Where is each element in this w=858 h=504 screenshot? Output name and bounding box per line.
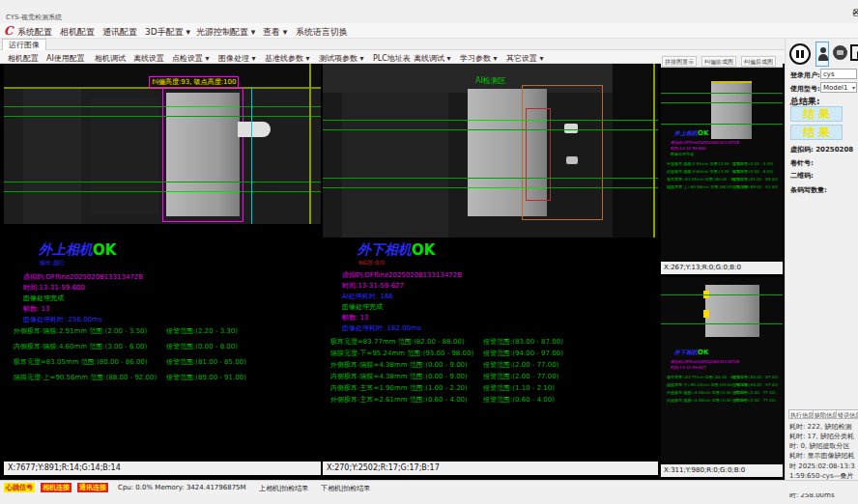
comm-link-indicator: 通讯连接 [77, 483, 108, 492]
glint-spot [566, 156, 578, 164]
upper-camera-feed[interactable]: 纠偏高度:93, 吸点高度:100 [4, 64, 321, 224]
elapsed-line: 图像处理耗时: 182.00ms [342, 323, 421, 333]
result-ok: OK [698, 349, 708, 356]
measure-line [323, 178, 658, 179]
menu-light-config[interactable]: 光源控制配置 ▾ [196, 26, 255, 39]
result-ok: OK [698, 129, 708, 137]
lower-camera-result-text: 下相机|拍检结果 [321, 484, 370, 493]
output-state: 输出:放行 [40, 259, 65, 267]
measure-line [4, 106, 321, 107]
measure-line-bright [468, 120, 547, 121]
dark-right-band [613, 64, 658, 238]
model-select[interactable]: Model1 ▾ [820, 82, 857, 93]
alarm-range: 报警范围:(0.60 - 4.00) [483, 395, 555, 405]
tool-offline-set[interactable]: 离线设置 [133, 53, 164, 64]
time-line: 时间:13-31-59-627 [342, 281, 404, 291]
menu-view[interactable]: 查看 ▾ [263, 26, 287, 39]
thumb-tab-stitched[interactable]: 拼接图显示 [662, 56, 697, 67]
edge-vline-green [309, 64, 311, 224]
pixel-coords-bar: X:270;Y:2502;R:17;G:17;B:17 [323, 462, 658, 475]
titlebar: CYS-视觉检测系统 – ▢ × [0, 0, 858, 23]
mini-camera-title: 外下相机OK [674, 349, 698, 357]
exit-button[interactable] [850, 44, 858, 61]
roi-rect-magenta [162, 87, 243, 222]
tool-offline-debug[interactable]: 离线调试 ▾ [414, 53, 451, 64]
write-count-label: 条码写数量: [790, 185, 827, 195]
pixel-coords-bar: X:267;Y:13;R:0;G:0;B:0 [661, 262, 783, 274]
measure-line [661, 102, 783, 103]
alarm-range: 报警范围:(0.00 - 8.00) [166, 342, 238, 351]
qr-code-label: 二维码: [790, 171, 814, 181]
alarm-range: 报警范围:(81.00 - 85.00) [166, 357, 246, 367]
mini-camera-title: 外上相机OK [674, 129, 698, 138]
app-window: CYS-视觉检测系统 – ▢ × C 系统配置 相机配置 通讯配置 3D手配置 … [0, 0, 858, 504]
alarm-range: 报警范围:(94.00 - 97.00) [483, 349, 563, 358]
thumbnail-tabs: 拼接图显示 纠偏前成图 纠偏后成图 [661, 55, 783, 68]
machine-column [342, 93, 448, 238]
tool-baseline-param[interactable]: 基准线参数 ▾ [265, 53, 310, 64]
lower-camera-feed[interactable]: AI检测区 [323, 64, 658, 238]
cursor-vline-cyan [251, 87, 252, 224]
thumb-tab-post-align[interactable]: 纠偏后成图 [741, 56, 776, 67]
info-tab-exec[interactable]: 执行信息 [788, 409, 815, 419]
mini-time: 时间:13-31-59-600 [671, 146, 706, 151]
measure-line [661, 93, 783, 94]
menubar: C 系统配置 相机配置 通讯配置 3D手配置 ▾ 光源控制配置 ▾ 查看 ▾ 系… [0, 23, 858, 39]
thumb-tab-pre-align[interactable]: 纠偏前成图 [701, 56, 736, 67]
mini-alarm: 报警范围:(83.00 - 87.00) [732, 375, 778, 379]
measurement-row: 极耳宽度=83.77mm 范围:(82.00 - 88.00) [330, 337, 465, 347]
tool-camera-debug[interactable]: 相机调试 [95, 53, 126, 64]
code-value: 20250208 [815, 146, 853, 154]
pause-button[interactable] [789, 43, 811, 65]
thumbnail-upper[interactable]: 外上相机OK 虚拟码:OFfline2025020813313472B 时间:1… [661, 68, 783, 274]
mini-alarm: 报警范围:(0.00 - 8.00) [732, 169, 773, 174]
camera-result-title: 外下相机OK [358, 241, 412, 259]
result-box-lower: 结 果 [790, 125, 843, 140]
mini-alarm: 报警范围:(2.00 - 77.00) [732, 390, 776, 395]
menu-comm-config[interactable]: 通讯配置 [102, 26, 137, 39]
tool-test-param[interactable]: 测试项参数 ▾ [319, 53, 364, 64]
mini-alarm: 报警范围:(94.00 - 97.00) [732, 382, 778, 387]
measurement-row: 极耳宽度=83.05mm 范围:(80.00 - 86.00) [14, 357, 148, 367]
window-title: CYS-视觉检测系统 [6, 13, 62, 22]
statusbar: 心跳信号 相机连接 通讯连接 Cpu: 0.0% Memory: 3424.41… [0, 480, 858, 493]
chevron-down-icon: ▾ [852, 83, 855, 93]
menu-3d-config[interactable]: 3D手配置 ▾ [145, 26, 190, 39]
alarm-range: 报警范围:(89.00 - 91.00) [166, 373, 246, 382]
thumbnail-lower[interactable]: 外下相机OK 虚拟码:OFfline2025020813313472B 时间:1… [661, 277, 783, 477]
alarm-range: 报警范围:(2.00 - 77.00) [483, 372, 558, 381]
camera-link-indicator: 相机连接 [41, 483, 72, 492]
measurement-row: 内侧极耳-隔膜=4.38mm 范围:(0.00 - 9.00) [330, 372, 468, 381]
lower-camera-panel: AI检测区 外下相机OK NG区:0/0 虚拟码:OFfline20250208… [323, 64, 658, 475]
login-user-label: 登录用户: [790, 70, 820, 80]
tool-plc-table[interactable]: PLC地址表 [373, 53, 411, 64]
menu-camera-config[interactable]: 相机配置 [60, 26, 95, 39]
tool-camera-config[interactable]: 相机配置 [8, 53, 39, 64]
tool-check-set[interactable]: 点检设置 ▾ [172, 53, 210, 64]
model-label: 使用型号: [790, 84, 820, 94]
frame-line: 帧数: 13 [23, 304, 50, 314]
login-user-input[interactable] [820, 69, 857, 79]
mini-alarm: 报警范围:(89.00 - 91.00) [732, 184, 778, 189]
measure-line-bright [468, 187, 547, 188]
menu-system-config[interactable]: 系统配置 [17, 26, 52, 39]
tab-run-image[interactable]: 运行图像 [2, 39, 46, 50]
pixel-coords-bar: X:311;Y:980;R:0;G:0;B:0 [661, 464, 783, 477]
ng-zone-state: NG区:0/0 [358, 259, 385, 267]
measurement-row: 隔膜宽度-上=90.56mm 范围:(88.00 - 92.00) [14, 373, 157, 382]
measure-line [4, 116, 321, 117]
close-icon[interactable]: × [852, 7, 858, 17]
measure-line [323, 129, 658, 130]
tool-learn-param[interactable]: 学习参数 ▾ [460, 53, 498, 64]
user-login-button[interactable] [815, 42, 829, 67]
robot-mode-button[interactable] [833, 45, 847, 60]
tool-ai-config[interactable]: AI使用配置 [46, 53, 85, 64]
measurement-row: 内侧极耳-主耳=1.90mm 范围:(1.00 - 2.20) [330, 383, 468, 393]
tool-image-process[interactable]: 图像处理 ▾ [218, 53, 256, 64]
yellow-mark [703, 310, 709, 318]
cell-region [711, 83, 752, 139]
machine-column [23, 89, 81, 224]
info-tab-error[interactable]: 错误信息 [836, 409, 858, 419]
menu-language-switch[interactable]: 系统语言切换 [296, 26, 348, 39]
tool-other-set[interactable]: 其它设置 ▾ [506, 53, 544, 64]
